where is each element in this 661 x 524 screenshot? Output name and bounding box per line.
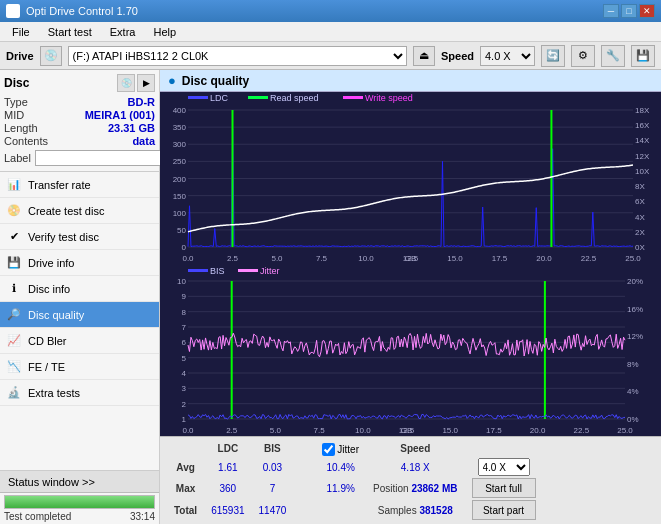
disc-type-label: Type bbox=[4, 96, 28, 108]
total-ldc: 615931 bbox=[205, 501, 250, 520]
drive-select[interactable]: (F:) ATAPI iHBS112 2 CL0K bbox=[68, 46, 407, 66]
disc-title: Disc bbox=[4, 76, 29, 90]
disc-contents-row: Contents data bbox=[4, 135, 155, 147]
chart-stats: LDC BIS Jitter Speed Avg 1.61 0.0 bbox=[160, 436, 661, 524]
nav-cd-bler-label: CD Bler bbox=[28, 335, 67, 347]
transfer-rate-icon: 📊 bbox=[6, 177, 22, 193]
disc-mid-row: MID MEIRA1 (001) bbox=[4, 109, 155, 121]
minimize-button[interactable]: ─ bbox=[603, 4, 619, 18]
eject-button[interactable]: ⏏ bbox=[413, 46, 435, 66]
fe-te-icon: 📉 bbox=[6, 359, 22, 375]
nav-fe-te-label: FE / TE bbox=[28, 361, 65, 373]
disc-label-label: Label bbox=[4, 152, 31, 164]
avg-bis: 0.03 bbox=[253, 458, 293, 477]
disc-mid-label: MID bbox=[4, 109, 24, 121]
menu-help[interactable]: Help bbox=[145, 24, 184, 40]
progress-bar-fill bbox=[5, 496, 154, 508]
titlebar-controls[interactable]: ─ □ ✕ bbox=[603, 4, 655, 18]
start-part-button[interactable]: Start part bbox=[472, 500, 536, 520]
status-text-label: Test completed bbox=[4, 511, 71, 522]
nav-create-test-disc[interactable]: 📀 Create test disc bbox=[0, 198, 159, 224]
disc-contents-label: Contents bbox=[4, 135, 48, 147]
titlebar: Opti Drive Control 1.70 ─ □ ✕ bbox=[0, 0, 661, 22]
progress-bar-container bbox=[4, 495, 155, 509]
disc-info-icon: ℹ bbox=[6, 281, 22, 297]
chart-upper bbox=[160, 92, 661, 265]
samples-label: Samples bbox=[378, 505, 417, 516]
speed-select2[interactable]: 4.0 X bbox=[478, 458, 530, 476]
disc-icon-btn2[interactable]: ▶ bbox=[137, 74, 155, 92]
nav-verify-test-disc[interactable]: ✔ Verify test disc bbox=[0, 224, 159, 250]
status-window-btn[interactable]: Status window >> bbox=[0, 471, 159, 493]
sidebar: Disc 💿 ▶ Type BD-R MID MEIRA1 (001) Leng… bbox=[0, 70, 160, 524]
max-jitter: 11.9% bbox=[316, 479, 365, 498]
col-speed-header: Speed bbox=[367, 441, 464, 456]
settings-button1[interactable]: ⚙ bbox=[571, 45, 595, 67]
app-logo bbox=[6, 4, 20, 18]
speed-label: Speed bbox=[441, 50, 474, 62]
cd-bler-icon: 📈 bbox=[6, 333, 22, 349]
close-button[interactable]: ✕ bbox=[639, 4, 655, 18]
nav-items: 📊 Transfer rate 📀 Create test disc ✔ Ver… bbox=[0, 172, 159, 470]
settings-button2[interactable]: 🔧 bbox=[601, 45, 625, 67]
nav-drive-info[interactable]: 💾 Drive info bbox=[0, 250, 159, 276]
nav-fe-te[interactable]: 📉 FE / TE bbox=[0, 354, 159, 380]
menu-extra[interactable]: Extra bbox=[102, 24, 144, 40]
disc-icon-btn1[interactable]: 💿 bbox=[117, 74, 135, 92]
total-bis: 11470 bbox=[253, 501, 293, 520]
status-time: 33:14 bbox=[130, 511, 155, 522]
nav-transfer-rate-label: Transfer rate bbox=[28, 179, 91, 191]
disc-length-row: Length 23.31 GB bbox=[4, 122, 155, 134]
total-label: Total bbox=[168, 501, 203, 520]
stats-table: LDC BIS Jitter Speed Avg 1.61 0.0 bbox=[166, 439, 544, 522]
status-section: Status window >> Test completed 33:14 bbox=[0, 470, 159, 524]
jitter-checkbox[interactable] bbox=[322, 443, 335, 456]
verify-test-disc-icon: ✔ bbox=[6, 229, 22, 245]
avg-speed: 4.18 X bbox=[367, 458, 464, 477]
start-full-button[interactable]: Start full bbox=[472, 478, 536, 498]
maximize-button[interactable]: □ bbox=[621, 4, 637, 18]
nav-transfer-rate[interactable]: 📊 Transfer rate bbox=[0, 172, 159, 198]
drive-label: Drive bbox=[6, 50, 34, 62]
nav-extra-tests[interactable]: 🔬 Extra tests bbox=[0, 380, 159, 406]
chart-lower-canvas bbox=[160, 265, 661, 437]
drivebar: Drive 💿 (F:) ATAPI iHBS112 2 CL0K ⏏ Spee… bbox=[0, 42, 661, 70]
col-ldc-header: LDC bbox=[205, 441, 250, 456]
titlebar-title: Opti Drive Control 1.70 bbox=[26, 5, 138, 17]
chart-lower bbox=[160, 265, 661, 437]
max-label: Max bbox=[168, 479, 203, 498]
max-ldc: 360 bbox=[205, 479, 250, 498]
position-value: 23862 MB bbox=[411, 483, 457, 494]
drive-info-icon: 💾 bbox=[6, 255, 22, 271]
nav-create-test-disc-label: Create test disc bbox=[28, 205, 104, 217]
disc-type-value: BD-R bbox=[128, 96, 156, 108]
save-button[interactable]: 💾 bbox=[631, 45, 655, 67]
menubar: File Start test Extra Help bbox=[0, 22, 661, 42]
nav-disc-quality-label: Disc quality bbox=[28, 309, 84, 321]
max-bis: 7 bbox=[253, 479, 293, 498]
content-header: ● Disc quality bbox=[160, 70, 661, 92]
disc-contents-value: data bbox=[132, 135, 155, 147]
main: Disc 💿 ▶ Type BD-R MID MEIRA1 (001) Leng… bbox=[0, 70, 661, 524]
disc-quality-icon: 🔎 bbox=[6, 307, 22, 323]
menu-file[interactable]: File bbox=[4, 24, 38, 40]
titlebar-left: Opti Drive Control 1.70 bbox=[6, 4, 138, 18]
avg-ldc: 1.61 bbox=[205, 458, 250, 477]
avg-jitter: 10.4% bbox=[316, 458, 365, 477]
nav-disc-quality[interactable]: 🔎 Disc quality bbox=[0, 302, 159, 328]
nav-extra-tests-label: Extra tests bbox=[28, 387, 80, 399]
content-title: Disc quality bbox=[182, 74, 249, 88]
content-area: ● Disc quality LDC BIS bbox=[160, 70, 661, 524]
menu-start-test[interactable]: Start test bbox=[40, 24, 100, 40]
extra-tests-icon: 🔬 bbox=[6, 385, 22, 401]
nav-cd-bler[interactable]: 📈 CD Bler bbox=[0, 328, 159, 354]
samples-value: 381528 bbox=[419, 505, 452, 516]
disc-label-input[interactable] bbox=[35, 150, 168, 166]
disc-icons: 💿 ▶ bbox=[117, 74, 155, 92]
status-text-row: Test completed 33:14 bbox=[0, 511, 159, 524]
refresh-button[interactable]: 🔄 bbox=[541, 45, 565, 67]
speed-select[interactable]: 4.0 X bbox=[480, 46, 535, 66]
chart-upper-canvas bbox=[160, 92, 661, 265]
nav-disc-info[interactable]: ℹ Disc info bbox=[0, 276, 159, 302]
disc-section: Disc 💿 ▶ Type BD-R MID MEIRA1 (001) Leng… bbox=[0, 70, 159, 172]
